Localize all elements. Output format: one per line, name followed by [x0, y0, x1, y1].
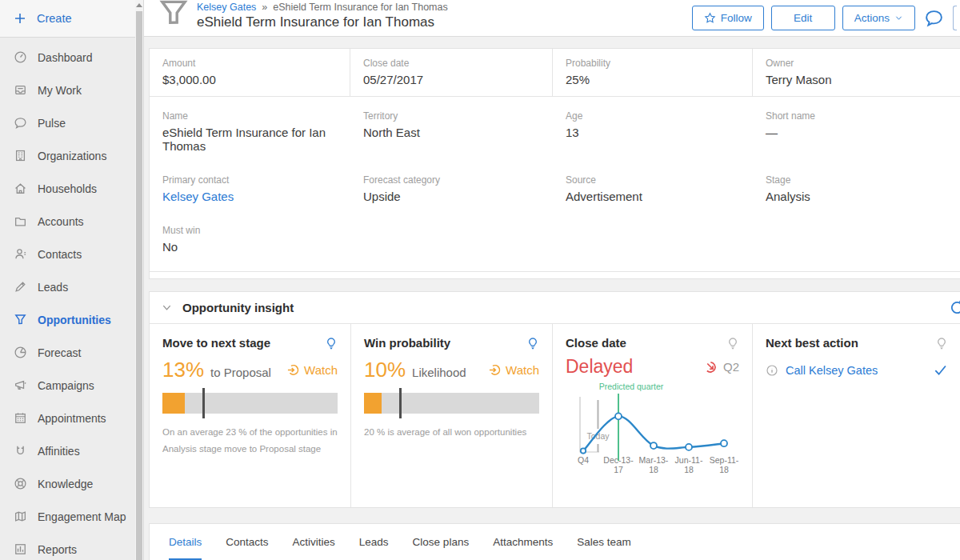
details-row-1: Amount$3,000.00 Close date05/27/2017 Pro…	[150, 49, 960, 97]
header-text: Kelsey Gates » eShield Term Insurance fo…	[197, 2, 448, 30]
sidebar-item-label: Organizations	[38, 150, 106, 162]
sidebar-item-pulse[interactable]: Pulse	[0, 106, 143, 139]
plus-icon	[14, 12, 26, 25]
sidebar-item-label: Forecast	[38, 346, 81, 359]
map-icon	[14, 510, 27, 523]
field-label: Primary contact	[162, 174, 338, 186]
watch-arrow-icon	[286, 363, 300, 377]
sidebar-item-contacts[interactable]: Contacts	[0, 238, 143, 270]
sidebar-item-forecast[interactable]: Forecast	[0, 336, 143, 369]
field-owner: OwnerTerry Mason	[753, 49, 960, 96]
sidebar-item-engagement-map[interactable]: Engagement Map	[0, 500, 143, 533]
tab-details[interactable]: Details	[169, 524, 202, 560]
primary-contact-link[interactable]: Kelsey Gates	[162, 190, 338, 203]
field-label: Age	[566, 110, 740, 122]
svg-text:Dec-13-17: Dec-13-17	[603, 455, 634, 474]
sidebar-item-opportunities[interactable]: Opportunities	[0, 303, 143, 336]
speech-bubble-icon	[14, 116, 27, 130]
funnel-icon	[14, 313, 27, 326]
progress-fill	[162, 393, 185, 414]
person-icon	[14, 247, 27, 261]
card-title: Win probability	[364, 336, 450, 350]
sidebar-item-households[interactable]: Households	[0, 172, 143, 205]
record-header: Kelsey Gates » eShield Term Insurance fo…	[144, 0, 960, 37]
tab-close-plans[interactable]: Close plans	[413, 524, 470, 560]
field-value: 13	[566, 126, 740, 139]
field-stage: StageAnalysis	[753, 161, 960, 211]
sidebar-item-reports[interactable]: Reports	[0, 533, 143, 560]
record-tabs-card: Details Contacts Activities Leads Close …	[149, 523, 960, 560]
follow-label: Follow	[721, 12, 752, 24]
insight-section-title: Opportunity insight	[182, 301, 294, 314]
edit-button[interactable]: Edit	[771, 6, 835, 30]
insight-card-next-best-action: Next best action Call Kelsey Gates	[753, 324, 960, 507]
field-label: Amount	[162, 58, 337, 69]
breadcrumb-separator: »	[262, 2, 267, 13]
benchmark-marker	[399, 388, 402, 418]
lightbulb-icon[interactable]	[526, 337, 539, 350]
sidebar-item-dashboard[interactable]: Dashboard	[0, 41, 143, 74]
tab-attachments[interactable]: Attachments	[493, 524, 553, 560]
details-row-4: Must winNo	[150, 211, 960, 262]
insight-header: Opportunity insight	[150, 292, 960, 324]
sidebar-item-appointments[interactable]: Appointments	[0, 402, 143, 434]
tab-contacts[interactable]: Contacts	[226, 524, 268, 560]
calendar-icon	[14, 411, 27, 425]
sidebar-item-my-work[interactable]: My Work	[0, 74, 143, 106]
next-best-action-link[interactable]: Call Kelsey Gates	[786, 364, 878, 377]
watch-button[interactable]: Watch	[286, 363, 338, 377]
collapse-chevron-icon[interactable]	[161, 302, 173, 314]
field-label: Must win	[162, 225, 338, 236]
field-value: Upside	[363, 190, 540, 203]
sidebar-item-label: Affinities	[38, 445, 80, 458]
breadcrumb-link[interactable]: Kelsey Gates	[197, 2, 256, 13]
lightbulb-icon[interactable]	[935, 337, 948, 350]
field-age: Age13	[553, 97, 753, 161]
watch-button[interactable]: Watch	[488, 363, 539, 377]
scroll-up-arrow-icon[interactable]	[136, 3, 142, 7]
tab-sales-team[interactable]: Sales team	[577, 524, 631, 560]
insight-card-close-date: Close date Delayed Q2 Predicted quarterT…	[553, 324, 753, 507]
sidebar-item-knowledge[interactable]: Knowledge	[0, 467, 143, 500]
sidebar-scrollbar[interactable]	[135, 0, 143, 560]
folder-icon	[14, 214, 27, 228]
scrollbar-thumb[interactable]	[136, 11, 142, 560]
sidebar-item-affinities[interactable]: Affinities	[0, 434, 143, 467]
field-label: Close date	[363, 58, 539, 69]
chat-icon[interactable]	[924, 8, 944, 28]
opportunity-funnel-icon	[157, 0, 190, 31]
sidebar-item-leads[interactable]: Leads	[0, 270, 143, 303]
sidebar-item-accounts[interactable]: Accounts	[0, 205, 143, 238]
benchmark-marker	[202, 388, 205, 418]
field-probability: Probability25%	[553, 49, 753, 96]
page-title: eShield Term Insurance for Ian Thomas	[197, 14, 448, 30]
refresh-icon[interactable]	[950, 300, 960, 315]
lightbulb-icon[interactable]	[325, 337, 338, 350]
field-label: Source	[566, 174, 740, 186]
record-tabs: Details Contacts Activities Leads Close …	[150, 524, 960, 560]
accept-check-icon[interactable]	[933, 362, 948, 378]
win-probability-suffix: Likelihood	[412, 366, 466, 379]
sidebar-create-button[interactable]: Create	[0, 0, 143, 38]
field-label: Forecast category	[363, 174, 540, 186]
house-icon	[14, 182, 27, 195]
field-label: Stage	[766, 174, 948, 186]
tab-activities[interactable]: Activities	[293, 524, 335, 560]
field-label: Owner	[766, 58, 948, 69]
win-probability-percent: 10%	[364, 358, 406, 382]
info-icon[interactable]	[766, 364, 778, 377]
field-value: eShield Term Insurance for Ian Thomas	[162, 126, 338, 153]
sidebar-item-label: Households	[38, 182, 97, 195]
actions-button[interactable]: Actions	[842, 6, 915, 30]
tray-icon	[14, 83, 27, 97]
sidebar-item-organizations[interactable]: Organizations	[0, 139, 143, 172]
tab-leads[interactable]: Leads	[359, 524, 389, 560]
field-must-win: Must winNo	[150, 211, 350, 262]
watch-label: Watch	[304, 363, 338, 377]
sidebar-item-label: Campaigns	[38, 379, 94, 392]
follow-button[interactable]: Follow	[692, 6, 764, 30]
sidebar-item-campaigns[interactable]: Campaigns	[0, 369, 143, 402]
details-row-2: NameeShield Term Insurance for Ian Thoma…	[150, 97, 960, 161]
lightbulb-icon[interactable]	[726, 337, 739, 350]
sidebar-item-label: Knowledge	[38, 478, 93, 490]
